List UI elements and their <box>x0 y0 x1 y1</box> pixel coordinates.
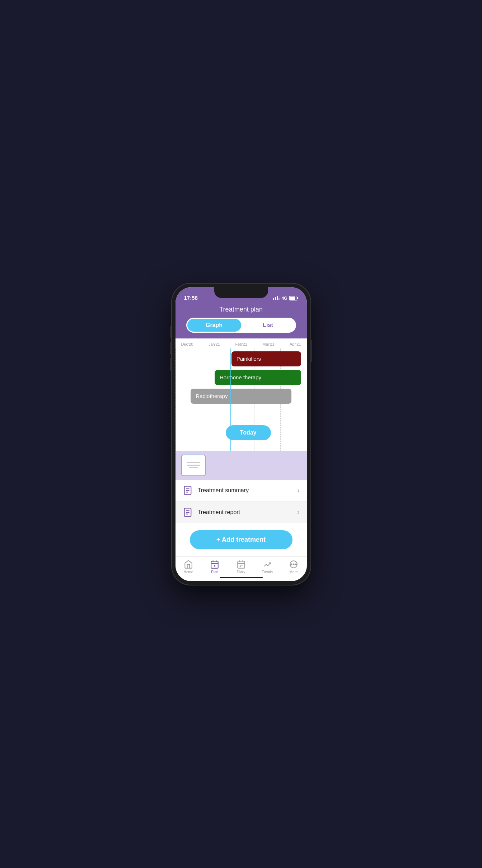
home-icon <box>184 560 193 569</box>
volume-down-button <box>170 342 171 355</box>
power-button <box>311 340 312 362</box>
network-type: 4G <box>281 296 287 301</box>
month-mar: Mar'21 <box>262 342 274 346</box>
status-icons: 4G <box>273 296 298 301</box>
hormone-therapy-label: Hormone therapy <box>220 374 261 380</box>
graph-area: Dec'20 Jan'21 Feb'21 Mar'21 Apr'21 <box>176 338 307 451</box>
today-button-container: Today <box>196 425 301 440</box>
radiotherapy-label: Radiotherapy <box>196 393 228 399</box>
timeline-header: Dec'20 Jan'21 Feb'21 Mar'21 Apr'21 <box>176 338 307 348</box>
today-button[interactable]: Today <box>226 425 271 440</box>
diary-label: Diary <box>237 570 245 574</box>
notes-section <box>176 451 307 480</box>
nav-home[interactable]: Home <box>176 560 202 574</box>
svg-point-24 <box>291 564 292 565</box>
treatment-report-arrow: › <box>298 508 300 516</box>
month-dec: Dec'20 <box>181 342 193 346</box>
treatment-summary-arrow: › <box>298 487 300 494</box>
volume-up-button <box>170 326 171 338</box>
notch <box>214 287 268 298</box>
add-treatment-section: + Add treatment <box>176 523 307 556</box>
more-icon <box>289 560 298 569</box>
treatment-summary-icon <box>183 485 193 495</box>
month-feb: Feb'21 <box>235 342 247 346</box>
add-treatment-button[interactable]: + Add treatment <box>190 530 293 549</box>
diary-icon <box>237 560 246 569</box>
trends-icon <box>263 560 272 569</box>
plan-icon <box>210 560 219 569</box>
battery-icon <box>289 296 298 300</box>
svg-rect-1 <box>297 297 298 299</box>
signal-icon <box>273 296 280 300</box>
radiotherapy-bar[interactable]: Radiotherapy <box>191 389 291 404</box>
svg-rect-2 <box>290 297 295 300</box>
menu-section: Treatment summary › Treatment report › <box>176 480 307 523</box>
treatment-report-label: Treatment report <box>198 509 298 516</box>
nav-plan[interactable]: Plan <box>202 560 228 574</box>
more-label: More <box>290 570 298 574</box>
nav-trends[interactable]: Trends <box>254 560 280 574</box>
month-apr: Apr'21 <box>290 342 301 346</box>
list-tab[interactable]: List <box>241 319 295 332</box>
treatment-report-icon <box>183 507 193 517</box>
tab-switcher: Graph List <box>186 318 296 333</box>
notes-card[interactable] <box>181 455 206 476</box>
page-title: Treatment plan <box>183 306 300 313</box>
nav-diary[interactable]: Diary <box>228 560 254 574</box>
phone-frame: 17:58 4G Treatment plan <box>171 283 311 585</box>
silent-button <box>170 358 171 371</box>
status-time: 17:58 <box>184 295 198 301</box>
svg-rect-11 <box>211 561 219 568</box>
treatment-summary-item[interactable]: Treatment summary › <box>176 480 307 502</box>
phone-screen: 17:58 4G Treatment plan <box>176 287 307 581</box>
hormone-therapy-bar[interactable]: Hormone therapy <box>215 370 301 385</box>
treatment-report-item[interactable]: Treatment report › <box>176 502 307 523</box>
home-label: Home <box>184 570 193 574</box>
gantt-chart: Painkillers Hormone therapy Radiotherapy… <box>176 348 307 451</box>
home-indicator <box>220 577 263 578</box>
svg-point-23 <box>293 564 294 565</box>
trends-label: Trends <box>262 570 273 574</box>
treatment-summary-label: Treatment summary <box>198 487 298 494</box>
month-jan: Jan'21 <box>209 342 220 346</box>
painkillers-label: Painkillers <box>237 356 261 362</box>
graph-tab[interactable]: Graph <box>187 319 241 332</box>
nav-more[interactable]: More <box>280 560 306 574</box>
svg-point-25 <box>295 564 296 565</box>
painkillers-bar[interactable]: Painkillers <box>231 351 301 366</box>
header: Treatment plan Graph List <box>176 303 307 338</box>
plan-label: Plan <box>211 570 218 574</box>
svg-rect-17 <box>238 561 245 568</box>
